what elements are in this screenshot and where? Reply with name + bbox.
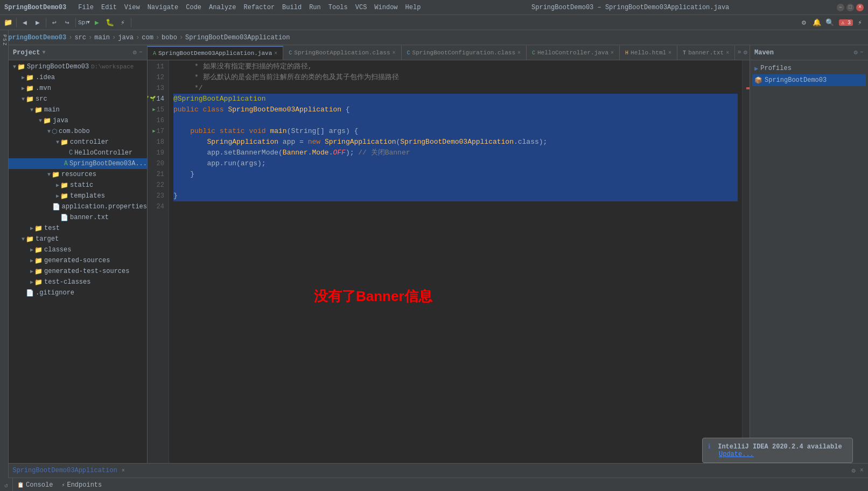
tab-hello-controller[interactable]: C HelloController.java ×: [527, 46, 620, 60]
tree-test-classes[interactable]: ▶ 📁 test-classes: [9, 277, 147, 287]
menu-help[interactable]: Help: [402, 3, 424, 12]
code-content[interactable]: * 如果没有指定要扫描的特定的路径, * 那么默认的是会把当前注解所在的类的包及…: [169, 60, 742, 463]
menu-tools[interactable]: Tools: [325, 3, 351, 12]
breadcrumb-bobo[interactable]: bobo: [162, 34, 177, 41]
menu-navigate[interactable]: Navigate: [144, 3, 182, 12]
notification-button[interactable]: 🔔: [811, 17, 823, 29]
power-save-button[interactable]: ⚡: [854, 17, 866, 29]
tree-mvn[interactable]: ▶ 📁 .mvn: [9, 83, 147, 94]
console-tab-endpoints[interactable]: ⚡ Endpoints: [61, 478, 102, 491]
tree-src[interactable]: ▼ 📁 src: [9, 94, 147, 104]
breadcrumb-main[interactable]: main: [94, 34, 110, 41]
tree-idea[interactable]: ▶ 📁 .idea: [9, 72, 147, 83]
project-settings-icon[interactable]: ⚙: [133, 48, 137, 57]
project-view-button[interactable]: 📁: [2, 17, 14, 29]
tab-hello-html[interactable]: H Hello.html ×: [620, 46, 677, 60]
project-header: Project ▼ ⚙ –: [9, 45, 147, 60]
tab-springboot-config[interactable]: C SpringBootConfiguration.class ×: [402, 46, 527, 60]
code-editor[interactable]: 11 12 13 🌱🌱14 ▶15 16 ▶17 18 19 20 21 22 …: [148, 60, 750, 463]
close-tab-3[interactable]: ×: [611, 50, 614, 56]
undo-button[interactable]: ↩: [48, 17, 60, 29]
right-gutter[interactable]: [742, 60, 750, 463]
run-button[interactable]: ▶: [91, 17, 103, 29]
tree-gen-sources[interactable]: ▶ 📁 generated-sources: [9, 255, 147, 266]
project-minimize-icon[interactable]: –: [139, 48, 143, 57]
tree-test[interactable]: ▶ 📁 test: [9, 223, 147, 234]
favorites-icon[interactable]: Z: [2, 43, 7, 45]
menu-code[interactable]: Code: [183, 3, 205, 12]
console-restart-icon[interactable]: ↺: [1, 480, 12, 491]
tree-gen-test-sources[interactable]: ▶ 📁 generated-test-sources: [9, 266, 147, 277]
tree-templates[interactable]: ▶ 📁 templates: [9, 191, 147, 201]
run-tab-close[interactable]: ×: [122, 468, 125, 474]
maven-tree: ▶ Profiles 📦 SpringBootDemo03: [750, 60, 868, 463]
tree-static[interactable]: ▶ 📁 static: [9, 180, 147, 191]
line-num-12: 12: [148, 72, 164, 83]
tree-gitignore[interactable]: ▶ 📄 .gitignore: [9, 287, 147, 298]
run-settings-icon[interactable]: ⚙: [852, 467, 856, 475]
run-config-dropdown[interactable]: SpringBootDemo03Application ▼: [78, 17, 90, 29]
tab-springboot-app[interactable]: A SpringBootDemo03Application.java ×: [148, 46, 283, 60]
tree-target[interactable]: ▼ 📁 target: [9, 234, 147, 244]
maven-minimize-icon[interactable]: –: [860, 48, 864, 57]
close-tab-4[interactable]: ×: [668, 50, 671, 56]
tree-root[interactable]: ▼ 📁 SpringBootDemo03 D:\workspace: [9, 61, 147, 72]
menu-edit[interactable]: Edit: [98, 3, 120, 12]
update-link[interactable]: Update...: [719, 451, 754, 458]
console-left-icons: ↺ ■ ↓ 📷 ⚡ 🔍: [0, 478, 13, 491]
tree-app-props[interactable]: ▶ 📄 application.properties: [9, 201, 147, 212]
close-button[interactable]: ×: [856, 4, 864, 11]
menu-vcs[interactable]: VCS: [352, 3, 370, 12]
redo-button[interactable]: ↪: [61, 17, 73, 29]
menu-analyze[interactable]: Analyze: [206, 3, 239, 12]
menu-view[interactable]: View: [121, 3, 143, 12]
debug-button[interactable]: 🐛: [104, 17, 116, 29]
maven-profiles[interactable]: ▶ Profiles: [752, 62, 866, 74]
structure-icon[interactable]: S: [2, 38, 7, 41]
maven-settings-icon[interactable]: ⚙: [854, 48, 858, 57]
close-tab-0[interactable]: ×: [274, 51, 277, 57]
tree-classes[interactable]: ▶ 📁 classes: [9, 244, 147, 255]
close-tab-5[interactable]: ×: [726, 50, 729, 56]
breadcrumb-project[interactable]: SpringBootDemo03: [4, 34, 66, 41]
tree-controller[interactable]: ▼ 📁 controller: [9, 137, 147, 148]
menu-build[interactable]: Build: [279, 3, 305, 12]
run-close-icon[interactable]: ×: [860, 467, 864, 474]
tab-banner-txt[interactable]: T banner.txt ×: [677, 46, 735, 60]
console-tab-console[interactable]: 📋 Console: [17, 478, 53, 491]
tree-com-bobo[interactable]: ▼ ⬡ com.bobo: [9, 126, 147, 137]
breadcrumb-com[interactable]: com: [142, 34, 153, 41]
menu-file[interactable]: File: [75, 3, 97, 12]
menu-run[interactable]: Run: [306, 3, 324, 12]
tab-overflow-button[interactable]: »: [738, 48, 741, 56]
breadcrumb-src[interactable]: src: [74, 34, 86, 41]
tree-main[interactable]: ▼ 📁 main: [9, 104, 147, 115]
tree-java[interactable]: ▼ 📁 java: [9, 115, 147, 126]
run-with-coverage[interactable]: ⚡: [117, 17, 129, 29]
breadcrumb-java[interactable]: java: [118, 34, 134, 41]
close-tab-2[interactable]: ×: [517, 50, 521, 56]
tree-hello-controller[interactable]: ▶ C HelloController: [9, 148, 147, 158]
project-icon[interactable]: P: [2, 34, 7, 37]
maven-project[interactable]: 📦 SpringBootDemo03: [752, 74, 866, 86]
menu-window[interactable]: Window: [371, 3, 401, 12]
code-line-19: app.setBannerMode(Banner.Mode.OFF); // 关…: [173, 148, 738, 158]
tree-banner[interactable]: ▶ 📄 banner.txt: [9, 212, 147, 223]
tab-settings-button[interactable]: ⚙: [744, 48, 747, 57]
run-app-name[interactable]: SpringBootDemo03Application: [12, 467, 117, 474]
code-line-23: }: [173, 191, 738, 201]
settings-button[interactable]: ⚙: [798, 17, 810, 29]
tree-springboot-app[interactable]: ▶ A SpringBootDemo03A...: [9, 158, 147, 169]
search-everywhere-button[interactable]: 🔍: [824, 17, 836, 29]
breadcrumb-class[interactable]: SpringBootDemo03Application: [185, 34, 290, 41]
tab-springboot-class[interactable]: C SpringBootApplication.class ×: [283, 46, 401, 60]
minimize-button[interactable]: –: [837, 4, 844, 11]
forward-button[interactable]: ▶: [32, 17, 44, 29]
back-button[interactable]: ◀: [19, 17, 31, 29]
line-num-19: 19: [148, 148, 164, 158]
maximize-button[interactable]: □: [846, 4, 854, 11]
project-title: Project: [13, 49, 40, 57]
tree-resources[interactable]: ▼ 📁 resources: [9, 169, 147, 180]
menu-refactor[interactable]: Refactor: [241, 3, 278, 12]
close-tab-1[interactable]: ×: [393, 50, 396, 56]
